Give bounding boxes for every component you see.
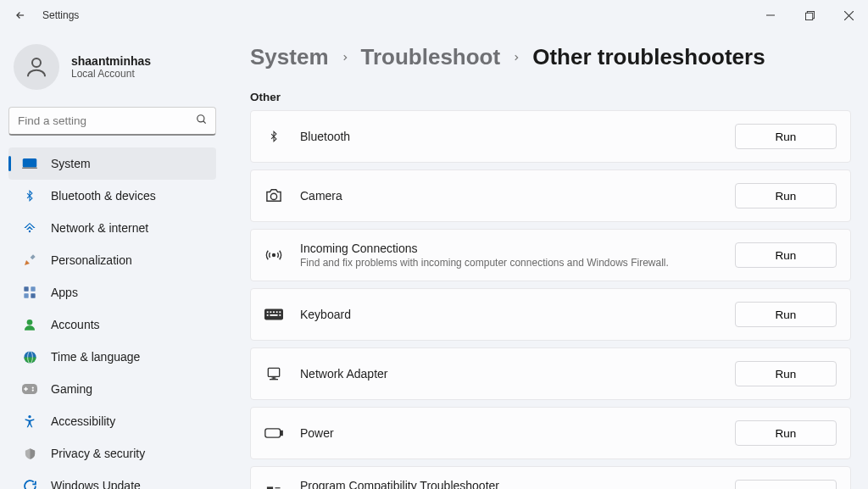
sidebar-item-label: Accounts	[51, 318, 100, 331]
accounts-icon	[22, 317, 37, 332]
svg-rect-34	[268, 368, 279, 376]
time-icon	[22, 349, 37, 364]
breadcrumb-troubleshoot[interactable]: Troubleshoot	[361, 44, 501, 70]
sidebar-item-label: Apps	[51, 286, 78, 299]
back-button[interactable]	[12, 7, 29, 24]
troubleshooter-card: Program Compatibility TroubleshooterFind…	[250, 466, 851, 489]
incoming-icon	[264, 246, 283, 264]
run-button[interactable]: Run	[735, 302, 837, 327]
svg-point-18	[32, 386, 34, 388]
avatar	[14, 44, 59, 90]
troubleshooter-card: CameraRun	[250, 169, 851, 222]
nav: SystemBluetooth & devicesNetwork & inter…	[8, 147, 216, 489]
svg-rect-38	[265, 429, 281, 437]
breadcrumb-current: Other troubleshooters	[532, 44, 765, 70]
sidebar-item-label: Privacy & security	[51, 447, 145, 460]
troubleshooter-list: BluetoothRunCameraRunIncoming Connection…	[250, 110, 851, 489]
svg-rect-14	[31, 293, 35, 297]
troubleshooter-title: Bluetooth	[300, 130, 718, 143]
troubleshooter-title: Camera	[300, 189, 718, 203]
sidebar-item-gaming[interactable]: Gaming	[8, 373, 216, 405]
main-content: System Troubleshoot Other troubleshooter…	[225, 31, 868, 489]
sidebar-item-accounts[interactable]: Accounts	[8, 308, 216, 341]
svg-rect-32	[270, 314, 277, 316]
sidebar-item-apps[interactable]: Apps	[8, 276, 216, 308]
sidebar-item-label: Gaming	[51, 382, 92, 396]
sidebar-item-label: Bluetooth & devices	[51, 189, 156, 203]
svg-point-23	[270, 193, 276, 199]
run-button[interactable]: Run	[735, 124, 837, 149]
troubleshooter-card: Incoming ConnectionsFind and fix problem…	[250, 229, 851, 281]
camera-icon	[264, 186, 283, 205]
svg-point-15	[27, 320, 33, 325]
breadcrumb-system[interactable]: System	[250, 44, 329, 70]
svg-rect-39	[281, 431, 282, 435]
svg-point-22	[28, 415, 31, 418]
bluetooth-icon	[22, 188, 37, 203]
run-button[interactable]: Run	[735, 183, 837, 208]
svg-point-24	[273, 254, 275, 257]
chevron-right-icon	[512, 51, 520, 64]
svg-rect-2	[805, 13, 812, 19]
troubleshooter-title: Keyboard	[300, 308, 718, 321]
chevron-right-icon	[341, 51, 349, 64]
breadcrumb: System Troubleshoot Other troubleshooter…	[250, 44, 851, 70]
sidebar-item-label: Windows Update	[51, 479, 141, 489]
sidebar-item-privacy-security[interactable]: Privacy & security	[8, 437, 216, 470]
search-input[interactable]	[8, 107, 216, 136]
sidebar-item-label: Accessibility	[51, 414, 115, 428]
keyboard-icon	[264, 305, 283, 324]
troubleshooter-card: BluetoothRun	[250, 110, 851, 163]
troubleshooter-card: KeyboardRun	[250, 288, 851, 341]
apps-icon	[22, 285, 37, 300]
network-adapter-icon	[264, 364, 283, 383]
minimize-button[interactable]	[751, 0, 790, 31]
svg-point-19	[32, 389, 34, 391]
personalization-icon	[22, 253, 37, 268]
run-button[interactable]: Run	[735, 420, 837, 446]
svg-rect-21	[24, 388, 28, 390]
svg-rect-28	[273, 311, 275, 313]
troubleshooter-title: Program Compatibility Troubleshooter	[300, 479, 718, 489]
sidebar-item-personalization[interactable]: Personalization	[8, 244, 216, 276]
section-label: Other	[250, 91, 851, 103]
update-icon	[22, 478, 37, 489]
run-button[interactable]: Run	[735, 361, 837, 386]
run-button[interactable]: Run	[735, 242, 837, 268]
sidebar-item-windows-update[interactable]: Windows Update	[8, 470, 216, 489]
sidebar-item-time-language[interactable]: Time & language	[8, 341, 216, 373]
window-title: Settings	[42, 9, 79, 21]
sidebar-item-network-internet[interactable]: Network & internet	[8, 212, 216, 244]
svg-rect-12	[31, 286, 35, 291]
svg-rect-27	[270, 311, 271, 313]
search-icon	[196, 114, 208, 129]
svg-rect-33	[279, 314, 281, 316]
profile-subtitle: Local Account	[71, 68, 151, 80]
sidebar: shaantminhas Local Account SystemBluetoo…	[0, 31, 225, 489]
run-button[interactable]: Run	[735, 480, 837, 489]
sidebar-item-label: Network & internet	[51, 221, 148, 235]
maximize-button[interactable]	[790, 0, 829, 31]
bluetooth-icon	[264, 127, 283, 146]
troubleshooter-title: Incoming Connections	[300, 242, 718, 255]
troubleshooter-desc: Find and fix problems with incoming comp…	[300, 257, 718, 269]
sidebar-item-accessibility[interactable]: Accessibility	[8, 405, 216, 437]
program-compat-icon	[264, 483, 283, 489]
svg-rect-31	[267, 314, 269, 316]
sidebar-item-bluetooth-devices[interactable]: Bluetooth & devices	[8, 180, 216, 212]
power-icon	[264, 424, 283, 442]
profile[interactable]: shaantminhas Local Account	[8, 39, 216, 102]
svg-line-7	[203, 121, 206, 124]
svg-point-5	[32, 58, 41, 67]
close-button[interactable]	[829, 0, 868, 31]
sidebar-item-system[interactable]: System	[8, 147, 216, 180]
titlebar: Settings	[0, 0, 868, 31]
sidebar-item-label: System	[51, 157, 91, 170]
privacy-icon	[22, 446, 37, 461]
troubleshooter-title: Power	[300, 426, 718, 440]
troubleshooter-card: PowerRun	[250, 407, 851, 459]
svg-rect-30	[279, 311, 281, 313]
search-wrapper	[8, 107, 216, 136]
svg-point-10	[29, 231, 31, 232]
sidebar-item-label: Personalization	[51, 253, 132, 267]
